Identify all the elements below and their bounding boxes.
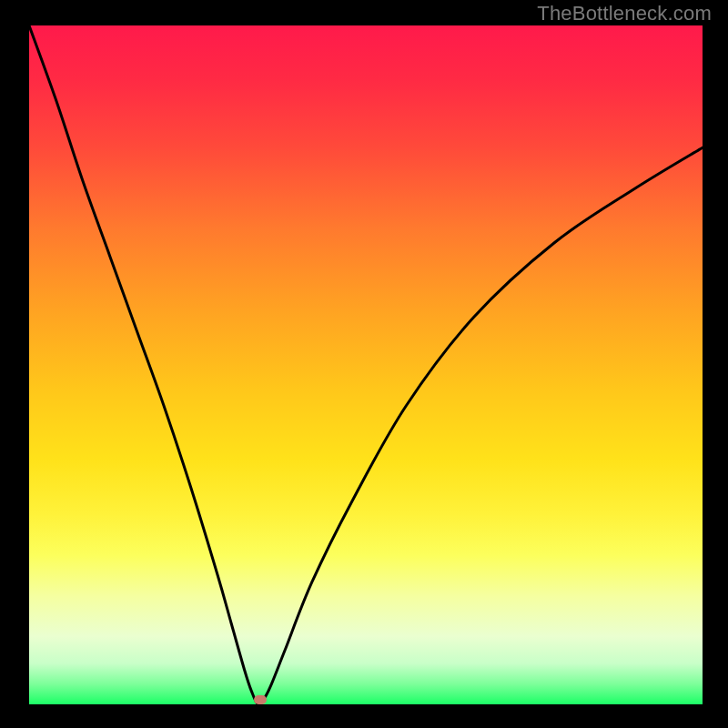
chart-frame: TheBottleneck.com (0, 0, 728, 728)
bottleneck-curve (29, 25, 703, 704)
plot-area (29, 25, 703, 704)
optimal-marker (254, 695, 267, 704)
curve-svg (29, 25, 703, 704)
watermark-text: TheBottleneck.com (537, 2, 712, 25)
